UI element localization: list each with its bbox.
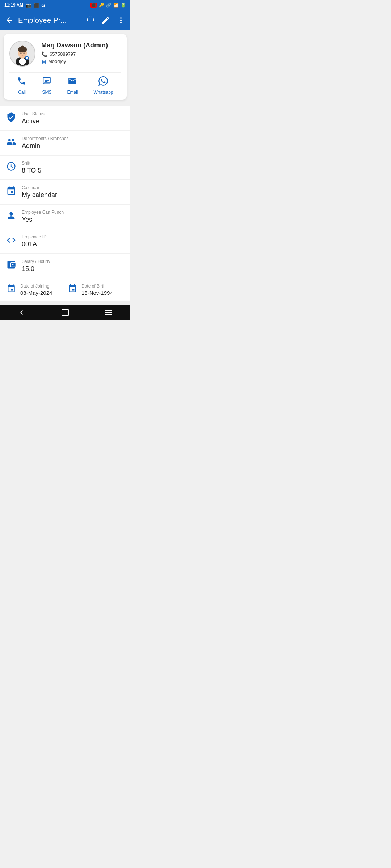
svg-rect-15 xyxy=(45,81,48,82)
company-icon: ▦ xyxy=(41,59,46,64)
sms-label: SMS xyxy=(42,90,51,95)
dob-label: Date of Birth xyxy=(81,284,125,289)
person-icon xyxy=(6,210,17,223)
phone-detail: 📞 6575089797 xyxy=(41,51,121,57)
nav-menu-button[interactable] xyxy=(104,308,113,317)
key-icon: 🔑 xyxy=(99,3,104,8)
dob-value: 18-Nov-1994 xyxy=(81,290,125,296)
person-group-icon xyxy=(6,137,17,149)
phone-number: 6575089797 xyxy=(50,51,76,57)
call-button[interactable]: Call xyxy=(17,76,26,95)
google-icon: G xyxy=(41,3,45,8)
shield-icon xyxy=(6,112,17,124)
doj-col: Date of Joining 08-May-2024 xyxy=(6,284,63,296)
email-label: Email xyxy=(67,90,78,95)
punch-item: Employee Can Punch Yes xyxy=(0,205,130,229)
edit-button[interactable] xyxy=(101,16,110,25)
profile-top: Marj Dawson (Admin) 📞 6575089797 ▦ Moodj… xyxy=(9,41,121,67)
nav-back-button[interactable] xyxy=(17,308,26,317)
status-bar: 11:19 AM 📷 ⬛ G ⬛ 🔑 🔗 📶 🔋 xyxy=(0,0,130,10)
action-buttons: Call SMS Email xyxy=(9,72,121,95)
nav-home-button[interactable] xyxy=(61,308,70,317)
doj-value: 08-May-2024 xyxy=(20,290,63,296)
employee-id-value: 001A xyxy=(22,241,125,248)
avatar xyxy=(9,41,35,67)
salary-item: Salary / Hourly 15.0 xyxy=(0,254,130,278)
headset-button[interactable] xyxy=(86,16,95,25)
calendar-value: My calendar xyxy=(22,191,125,199)
company-detail: ▦ Moodjoy xyxy=(41,59,121,64)
sms-button[interactable]: SMS xyxy=(42,76,51,95)
employee-id-item: Employee ID 001A xyxy=(0,229,130,253)
more-options-button[interactable] xyxy=(117,16,125,25)
calendar-content: Calendar My calendar xyxy=(22,185,125,199)
punch-label: Employee Can Punch xyxy=(22,210,125,215)
sms-icon xyxy=(42,76,51,88)
user-status-label: User Status xyxy=(22,111,125,116)
profile-card: Marj Dawson (Admin) 📞 6575089797 ▦ Moodj… xyxy=(4,34,127,100)
user-status-value: Active xyxy=(22,118,125,125)
calendar-label: Calendar xyxy=(22,185,125,190)
departments-item: Departments / Branches Admin xyxy=(0,131,130,155)
status-left: 11:19 AM 📷 ⬛ G xyxy=(4,3,45,8)
dob-content: Date of Birth 18-Nov-1994 xyxy=(81,284,125,296)
time-display: 11:19 AM xyxy=(4,3,23,8)
svg-rect-16 xyxy=(62,309,68,316)
app-bar: Employee Pr... xyxy=(0,10,130,30)
salary-content: Salary / Hourly 15.0 xyxy=(22,259,125,273)
profile-name: Marj Dawson (Admin) xyxy=(41,42,121,49)
svg-rect-13 xyxy=(26,59,28,59)
call-label: Call xyxy=(18,90,26,95)
back-button[interactable] xyxy=(5,16,14,25)
profile-info: Marj Dawson (Admin) 📞 6575089797 ▦ Moodj… xyxy=(41,42,121,66)
clock-icon xyxy=(6,161,17,174)
shift-label: Shift xyxy=(22,161,125,166)
wallet-icon xyxy=(6,260,17,272)
email-button[interactable]: Email xyxy=(67,76,78,95)
salary-value: 15.0 xyxy=(22,265,125,273)
departments-label: Departments / Branches xyxy=(22,136,125,141)
calendar-icon xyxy=(6,186,17,198)
punch-content: Employee Can Punch Yes xyxy=(22,210,125,224)
user-status-content: User Status Active xyxy=(22,111,125,125)
salary-label: Salary / Hourly xyxy=(22,259,125,264)
screen-record-icon: 📷 xyxy=(25,3,31,8)
doj-content: Date of Joining 08-May-2024 xyxy=(20,284,63,296)
punch-value: Yes xyxy=(22,216,125,224)
svg-rect-11 xyxy=(26,57,28,59)
doj-calendar-icon xyxy=(6,284,17,295)
app-bar-icons xyxy=(86,16,125,25)
whatsapp-label: Whatsapp xyxy=(93,90,113,95)
cast-icon: ⬛ xyxy=(33,3,39,8)
departments-value: Admin xyxy=(22,142,125,150)
page-title: Employee Pr... xyxy=(18,16,82,25)
shift-item: Shift 8 TO 5 xyxy=(0,156,130,179)
dob-col: Date of Birth 18-Nov-1994 xyxy=(67,284,125,296)
wifi-icon: 📶 xyxy=(113,3,119,8)
employee-id-label: Employee ID xyxy=(22,234,125,239)
shift-value: 8 TO 5 xyxy=(22,167,125,174)
svg-rect-14 xyxy=(45,80,49,81)
svg-point-2 xyxy=(19,58,26,65)
company-name: Moodjoy xyxy=(48,59,66,64)
employee-id-content: Employee ID 001A xyxy=(22,234,125,248)
svg-point-7 xyxy=(21,46,25,50)
svg-point-9 xyxy=(23,52,24,54)
svg-rect-12 xyxy=(26,59,28,59)
bluetooth-icon: 🔗 xyxy=(106,3,112,8)
phone-icon: 📞 xyxy=(41,51,47,57)
status-right: ⬛ 🔑 🔗 📶 🔋 xyxy=(90,3,126,8)
shift-content: Shift 8 TO 5 xyxy=(22,161,125,174)
svg-point-8 xyxy=(20,52,21,54)
info-list: User Status Active Departments / Branche… xyxy=(0,103,130,305)
battery-icon: 🔋 xyxy=(121,3,126,8)
dates-row: Date of Joining 08-May-2024 Date of Birt… xyxy=(0,278,130,301)
whatsapp-icon xyxy=(98,76,108,88)
nav-bar xyxy=(0,305,130,320)
email-icon xyxy=(68,76,77,88)
code-icon xyxy=(6,235,17,247)
calendar-item: Calendar My calendar xyxy=(0,180,130,204)
dob-calendar-icon xyxy=(67,284,78,295)
doj-label: Date of Joining xyxy=(20,284,63,289)
whatsapp-button[interactable]: Whatsapp xyxy=(93,76,113,95)
